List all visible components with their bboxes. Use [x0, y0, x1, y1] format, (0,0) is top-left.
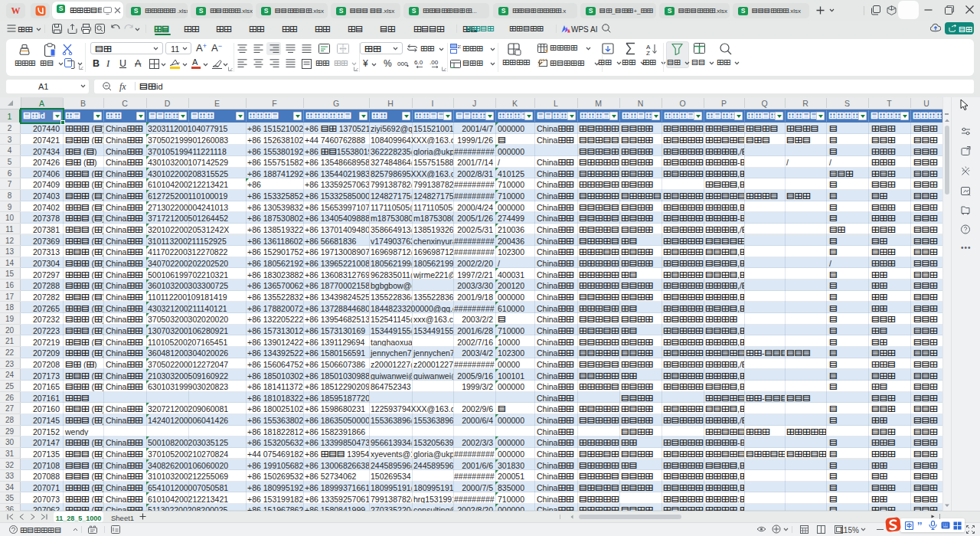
svg-text:23: 23	[458, 44, 462, 49]
svg-text:000: 000	[397, 60, 408, 67]
svg-text:A: A	[192, 58, 198, 67]
svg-text:.00: .00	[430, 59, 439, 66]
svg-text:Z: Z	[646, 50, 650, 55]
svg-text:6.0: 6.0	[414, 59, 423, 66]
